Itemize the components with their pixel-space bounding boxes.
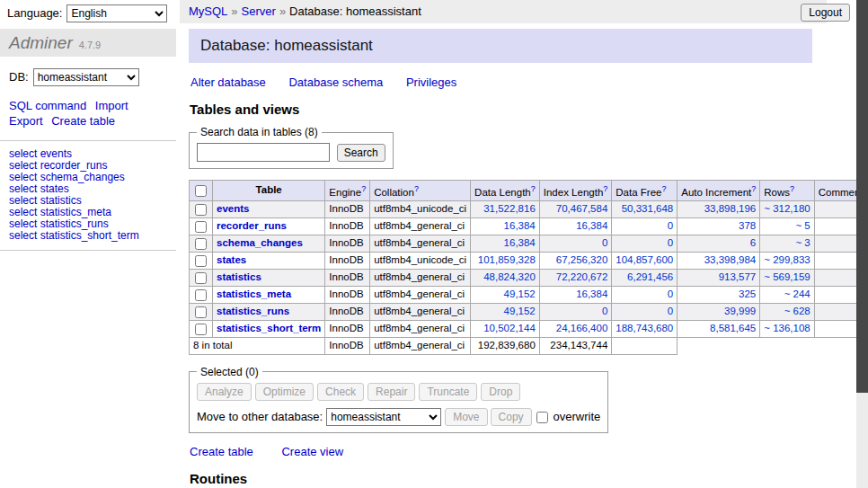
sidebar-link-sql-command[interactable]: SQL command (9, 99, 86, 112)
collation-cell: utf8mb4_general_ci (370, 235, 471, 252)
bulk-truncate-button[interactable]: Truncate (419, 383, 477, 401)
alter-database-link[interactable]: Alter database (190, 75, 266, 89)
rows-link[interactable]: ~ 5 (795, 220, 810, 231)
overwrite-checkbox[interactable] (536, 412, 548, 423)
sidebar-table-link[interactable]: select statistics_short_term (9, 230, 167, 242)
sidebar-link-import[interactable]: Import (95, 99, 128, 112)
scrollbar[interactable] (856, 0, 868, 488)
column-help-link[interactable]: ? (361, 184, 366, 193)
index-length-link[interactable]: 0 (602, 306, 607, 316)
table-name-link[interactable]: statistics_short_term (217, 323, 321, 333)
create-table-link[interactable]: Create table (190, 445, 253, 458)
row-checkbox[interactable] (195, 238, 207, 250)
index-length-link[interactable]: 16,384 (576, 220, 607, 231)
data-free-link[interactable]: 188,743,680 (616, 323, 673, 333)
bulk-repair-button[interactable]: Repair (368, 383, 415, 401)
column-help-link[interactable]: ? (661, 184, 666, 193)
data-length-link[interactable]: 31,522,816 (483, 203, 536, 214)
data-free-link[interactable]: 0 (668, 237, 673, 248)
auto-increment-link[interactable]: 39,999 (724, 306, 756, 316)
logout-button[interactable]: Logout (801, 4, 850, 22)
data-length-link[interactable]: 49,152 (504, 306, 536, 316)
search-button[interactable]: Search (337, 144, 385, 162)
rows-link[interactable]: ~ 299,833 (764, 254, 810, 265)
bulk-check-button[interactable]: Check (317, 383, 364, 401)
auto-increment-link[interactable]: 913,577 (719, 271, 757, 282)
data-length-link[interactable]: 10,502,144 (483, 323, 536, 333)
sidebar-divider (0, 250, 176, 251)
bulk-analyze-button[interactable]: Analyze (197, 383, 252, 401)
total-data-length: 192,839,680 (471, 337, 540, 354)
data-length-link[interactable]: 16,384 (504, 220, 536, 231)
data-free-link[interactable]: 0 (668, 220, 673, 231)
auto-increment-link[interactable]: 325 (739, 288, 756, 299)
index-length-link[interactable]: 70,467,584 (556, 203, 608, 214)
row-checkbox[interactable] (195, 204, 207, 216)
rows-link[interactable]: ~ 136,108 (764, 323, 810, 333)
index-length-link[interactable]: 16,384 (576, 288, 607, 299)
auto-increment-link[interactable]: 33,898,196 (704, 203, 757, 214)
column-header-rows: Rows? (760, 181, 814, 201)
table-name-link[interactable]: statistics_runs (217, 306, 289, 316)
index-length-link[interactable]: 72,220,672 (556, 271, 608, 282)
row-checkbox[interactable] (195, 221, 207, 233)
column-help-link[interactable]: ? (531, 184, 536, 193)
db-select[interactable]: homeassistant (33, 68, 139, 86)
table-name-link[interactable]: events (217, 203, 249, 214)
table-name-link[interactable]: schema_changes (217, 237, 303, 248)
index-length-link[interactable]: 0 (602, 237, 607, 248)
bulk-drop-button[interactable]: Drop (481, 383, 520, 401)
table-name-link[interactable]: states (217, 254, 246, 265)
data-length-link[interactable]: 16,384 (504, 237, 536, 248)
bulk-optimize-button[interactable]: Optimize (255, 383, 314, 401)
data-free-link[interactable]: 104,857,600 (616, 254, 673, 265)
sidebar-link-create-table[interactable]: Create table (51, 114, 115, 128)
column-help-link[interactable]: ? (790, 184, 794, 193)
select-all-checkbox[interactable] (195, 185, 207, 197)
sidebar-table-list: select eventsselect recorder_runsselect … (0, 141, 176, 250)
rows-link[interactable]: ~ 244 (784, 288, 810, 299)
row-checkbox[interactable] (195, 255, 207, 267)
auto-increment-link[interactable]: 8,581,645 (710, 323, 756, 333)
data-free-link[interactable]: 50,331,648 (622, 203, 674, 214)
rows-link[interactable]: ~ 628 (784, 306, 810, 316)
row-checkbox[interactable] (195, 289, 207, 301)
row-checkbox[interactable] (195, 324, 207, 335)
column-help-link[interactable]: ? (751, 184, 756, 193)
create-view-link[interactable]: Create view (281, 445, 343, 458)
index-length-link[interactable]: 67,256,320 (556, 254, 608, 265)
column-help-link[interactable]: ? (603, 184, 607, 193)
privileges-link[interactable]: Privileges (406, 75, 456, 89)
auto-increment-link[interactable]: 378 (739, 220, 756, 231)
data-free-link[interactable]: 6,291,456 (627, 271, 673, 282)
data-length-link[interactable]: 101,859,328 (478, 254, 536, 265)
move-button[interactable]: Move (445, 408, 487, 426)
data-length-link[interactable]: 49,152 (504, 288, 536, 299)
search-input[interactable] (197, 143, 330, 162)
index-length-link[interactable]: 24,166,400 (556, 323, 608, 333)
data-free-link[interactable]: 0 (668, 306, 673, 316)
language-select[interactable]: English (66, 4, 167, 22)
auto-increment-link[interactable]: 33,398,984 (704, 254, 757, 265)
auto-increment-link[interactable]: 6 (750, 237, 756, 248)
move-db-select[interactable]: homeassistant (326, 408, 441, 426)
data-free-link[interactable]: 0 (668, 288, 673, 299)
engine-cell: InnoDB (325, 235, 370, 252)
rows-link[interactable]: ~ 569,159 (764, 271, 810, 282)
data-length-link[interactable]: 48,824,320 (483, 271, 536, 282)
row-checkbox[interactable] (195, 272, 207, 284)
table-name-link[interactable]: statistics (217, 271, 261, 282)
row-checkbox[interactable] (195, 306, 207, 318)
rows-link[interactable]: ~ 3 (795, 237, 810, 248)
copy-button[interactable]: Copy (491, 408, 532, 426)
database-schema-link[interactable]: Database schema (288, 75, 383, 89)
breadcrumb-link-server[interactable]: Server (242, 4, 276, 18)
table-body: eventsInnoDButf8mb4_unicode_ci31,522,816… (190, 200, 868, 354)
table-name-link[interactable]: recorder_runs (217, 220, 287, 231)
rows-link[interactable]: ~ 312,180 (764, 203, 810, 214)
scrollbar-thumb[interactable] (856, 0, 868, 393)
table-name-link[interactable]: statistics_meta (217, 288, 291, 299)
column-help-link[interactable]: ? (414, 184, 419, 193)
breadcrumb-link-mysql[interactable]: MySQL (189, 4, 227, 18)
sidebar-link-export[interactable]: Export (9, 114, 43, 128)
